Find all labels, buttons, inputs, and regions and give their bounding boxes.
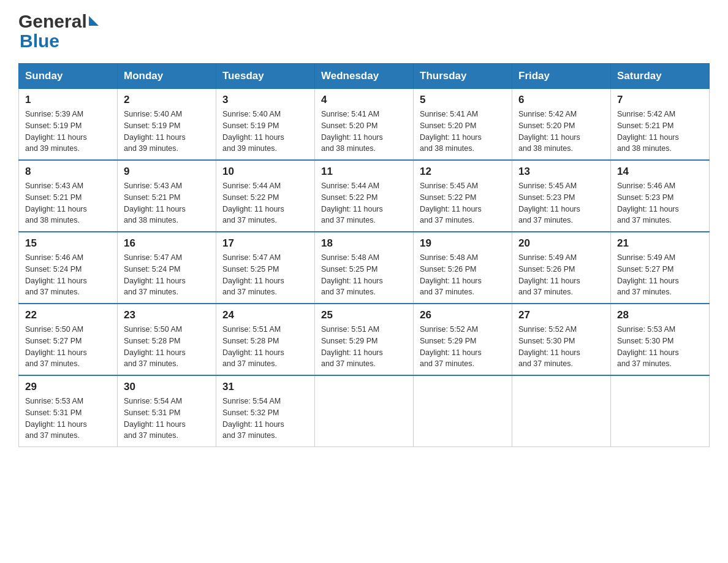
day-info: Sunrise: 5:51 AMSunset: 5:29 PMDaylight:… — [321, 324, 407, 370]
day-number: 8 — [25, 166, 111, 178]
day-number: 30 — [124, 381, 210, 393]
day-number: 14 — [617, 166, 703, 178]
day-info: Sunrise: 5:48 AMSunset: 5:26 PMDaylight:… — [420, 252, 506, 298]
calendar-cell: 17 Sunrise: 5:47 AMSunset: 5:25 PMDaylig… — [216, 232, 315, 304]
weekday-header-wednesday: Wednesday — [315, 64, 414, 89]
logo-triangle — [89, 16, 99, 26]
day-info: Sunrise: 5:46 AMSunset: 5:23 PMDaylight:… — [617, 180, 703, 226]
day-info: Sunrise: 5:50 AMSunset: 5:28 PMDaylight:… — [124, 324, 210, 370]
day-info: Sunrise: 5:46 AMSunset: 5:24 PMDaylight:… — [25, 252, 111, 298]
calendar-cell — [611, 375, 710, 447]
calendar-cell: 16 Sunrise: 5:47 AMSunset: 5:24 PMDaylig… — [118, 232, 216, 304]
calendar-cell: 27 Sunrise: 5:52 AMSunset: 5:30 PMDaylig… — [512, 304, 611, 375]
calendar-cell: 31 Sunrise: 5:54 AMSunset: 5:32 PMDaylig… — [216, 375, 315, 447]
calendar-cell: 23 Sunrise: 5:50 AMSunset: 5:28 PMDaylig… — [118, 304, 216, 375]
weekday-header-tuesday: Tuesday — [216, 64, 315, 89]
day-number: 16 — [124, 237, 210, 250]
day-info: Sunrise: 5:50 AMSunset: 5:27 PMDaylight:… — [25, 324, 111, 370]
day-number: 7 — [617, 94, 703, 106]
day-info: Sunrise: 5:41 AMSunset: 5:20 PMDaylight:… — [321, 109, 407, 155]
day-number: 2 — [124, 94, 210, 106]
day-number: 19 — [420, 237, 506, 250]
logo-general: General — [18, 12, 99, 31]
calendar-cell: 14 Sunrise: 5:46 AMSunset: 5:23 PMDaylig… — [611, 160, 710, 232]
day-info: Sunrise: 5:42 AMSunset: 5:20 PMDaylight:… — [518, 109, 604, 155]
calendar-table: SundayMondayTuesdayWednesdayThursdayFrid… — [18, 63, 710, 447]
day-number: 28 — [617, 309, 703, 321]
weekday-header-monday: Monday — [118, 64, 216, 89]
calendar-cell — [315, 375, 414, 447]
calendar-cell: 30 Sunrise: 5:54 AMSunset: 5:31 PMDaylig… — [118, 375, 216, 447]
calendar-cell: 1 Sunrise: 5:39 AMSunset: 5:19 PMDayligh… — [19, 89, 118, 161]
calendar-cell: 10 Sunrise: 5:44 AMSunset: 5:22 PMDaylig… — [216, 160, 315, 232]
day-info: Sunrise: 5:53 AMSunset: 5:31 PMDaylight:… — [25, 396, 111, 442]
calendar-cell — [414, 375, 512, 447]
day-number: 18 — [321, 237, 407, 250]
day-info: Sunrise: 5:51 AMSunset: 5:28 PMDaylight:… — [222, 324, 308, 370]
calendar-cell: 24 Sunrise: 5:51 AMSunset: 5:28 PMDaylig… — [216, 304, 315, 375]
logo: General Blue — [18, 12, 99, 51]
day-info: Sunrise: 5:54 AMSunset: 5:32 PMDaylight:… — [222, 396, 308, 442]
calendar-cell: 9 Sunrise: 5:43 AMSunset: 5:21 PMDayligh… — [118, 160, 216, 232]
logo-content: General Blue — [18, 12, 99, 51]
day-info: Sunrise: 5:40 AMSunset: 5:19 PMDaylight:… — [222, 109, 308, 155]
page-header: General Blue — [18, 12, 710, 51]
calendar-cell: 28 Sunrise: 5:53 AMSunset: 5:30 PMDaylig… — [611, 304, 710, 375]
day-number: 31 — [222, 381, 308, 393]
calendar-cell: 18 Sunrise: 5:48 AMSunset: 5:25 PMDaylig… — [315, 232, 414, 304]
day-info: Sunrise: 5:52 AMSunset: 5:30 PMDaylight:… — [518, 324, 604, 370]
calendar-cell: 26 Sunrise: 5:52 AMSunset: 5:29 PMDaylig… — [414, 304, 512, 375]
day-number: 1 — [25, 94, 111, 106]
day-info: Sunrise: 5:43 AMSunset: 5:21 PMDaylight:… — [124, 180, 210, 226]
day-number: 27 — [518, 309, 604, 321]
calendar-cell: 6 Sunrise: 5:42 AMSunset: 5:20 PMDayligh… — [512, 89, 611, 161]
day-number: 12 — [420, 166, 506, 178]
day-number: 24 — [222, 309, 308, 321]
calendar-cell: 20 Sunrise: 5:49 AMSunset: 5:26 PMDaylig… — [512, 232, 611, 304]
calendar-cell: 29 Sunrise: 5:53 AMSunset: 5:31 PMDaylig… — [19, 375, 118, 447]
calendar-header: SundayMondayTuesdayWednesdayThursdayFrid… — [19, 64, 710, 89]
day-info: Sunrise: 5:39 AMSunset: 5:19 PMDaylight:… — [25, 109, 111, 155]
calendar-cell: 19 Sunrise: 5:48 AMSunset: 5:26 PMDaylig… — [414, 232, 512, 304]
day-info: Sunrise: 5:45 AMSunset: 5:22 PMDaylight:… — [420, 180, 506, 226]
weekday-header-thursday: Thursday — [414, 64, 512, 89]
day-info: Sunrise: 5:41 AMSunset: 5:20 PMDaylight:… — [420, 109, 506, 155]
calendar-week-row: 8 Sunrise: 5:43 AMSunset: 5:21 PMDayligh… — [19, 160, 710, 232]
calendar-cell: 7 Sunrise: 5:42 AMSunset: 5:21 PMDayligh… — [611, 89, 710, 161]
calendar-cell: 12 Sunrise: 5:45 AMSunset: 5:22 PMDaylig… — [414, 160, 512, 232]
calendar-cell: 13 Sunrise: 5:45 AMSunset: 5:23 PMDaylig… — [512, 160, 611, 232]
day-number: 29 — [25, 381, 111, 393]
calendar-cell: 11 Sunrise: 5:44 AMSunset: 5:22 PMDaylig… — [315, 160, 414, 232]
calendar-week-row: 1 Sunrise: 5:39 AMSunset: 5:19 PMDayligh… — [19, 89, 710, 161]
calendar-body: 1 Sunrise: 5:39 AMSunset: 5:19 PMDayligh… — [19, 89, 710, 447]
day-number: 10 — [222, 166, 308, 178]
day-info: Sunrise: 5:49 AMSunset: 5:27 PMDaylight:… — [617, 252, 703, 298]
calendar-cell — [512, 375, 611, 447]
weekday-header-sunday: Sunday — [19, 64, 118, 89]
weekday-header-row: SundayMondayTuesdayWednesdayThursdayFrid… — [19, 64, 710, 89]
day-number: 4 — [321, 94, 407, 106]
calendar-cell: 21 Sunrise: 5:49 AMSunset: 5:27 PMDaylig… — [611, 232, 710, 304]
day-number: 26 — [420, 309, 506, 321]
day-number: 11 — [321, 166, 407, 178]
day-number: 3 — [222, 94, 308, 106]
day-info: Sunrise: 5:52 AMSunset: 5:29 PMDaylight:… — [420, 324, 506, 370]
day-info: Sunrise: 5:44 AMSunset: 5:22 PMDaylight:… — [321, 180, 407, 226]
day-number: 15 — [25, 237, 111, 250]
day-info: Sunrise: 5:47 AMSunset: 5:24 PMDaylight:… — [124, 252, 210, 298]
day-number: 9 — [124, 166, 210, 178]
day-info: Sunrise: 5:47 AMSunset: 5:25 PMDaylight:… — [222, 252, 308, 298]
day-info: Sunrise: 5:40 AMSunset: 5:19 PMDaylight:… — [124, 109, 210, 155]
calendar-week-row: 29 Sunrise: 5:53 AMSunset: 5:31 PMDaylig… — [19, 375, 710, 447]
weekday-header-saturday: Saturday — [611, 64, 710, 89]
day-info: Sunrise: 5:43 AMSunset: 5:21 PMDaylight:… — [25, 180, 111, 226]
logo-blue: Blue — [20, 31, 99, 51]
day-number: 20 — [518, 237, 604, 250]
day-number: 23 — [124, 309, 210, 321]
calendar-cell: 22 Sunrise: 5:50 AMSunset: 5:27 PMDaylig… — [19, 304, 118, 375]
day-number: 5 — [420, 94, 506, 106]
day-info: Sunrise: 5:54 AMSunset: 5:31 PMDaylight:… — [124, 396, 210, 442]
calendar-cell: 8 Sunrise: 5:43 AMSunset: 5:21 PMDayligh… — [19, 160, 118, 232]
day-number: 22 — [25, 309, 111, 321]
day-info: Sunrise: 5:44 AMSunset: 5:22 PMDaylight:… — [222, 180, 308, 226]
